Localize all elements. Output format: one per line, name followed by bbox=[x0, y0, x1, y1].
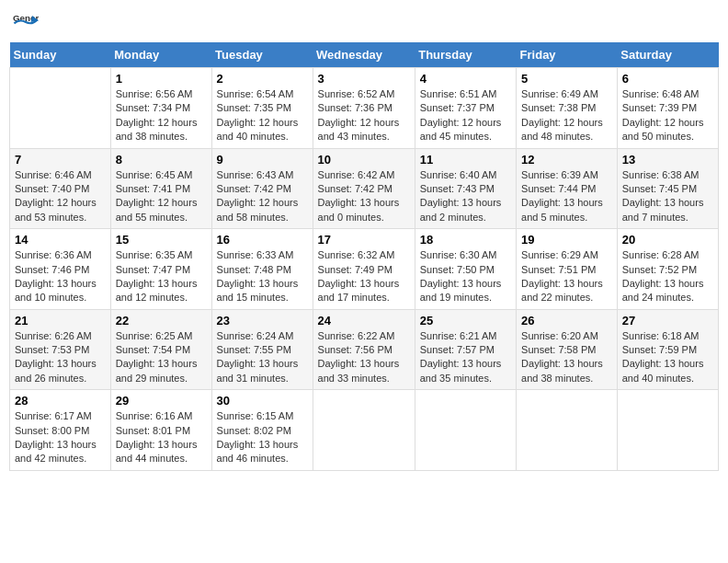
day-number: 29 bbox=[116, 394, 207, 408]
page-header: General bbox=[9, 9, 719, 35]
day-number: 25 bbox=[420, 314, 511, 327]
day-info: Sunset: 7:47 PM bbox=[116, 263, 207, 277]
day-info: Sunset: 7:55 PM bbox=[217, 343, 308, 357]
calendar-cell: 13Sunrise: 6:38 AMSunset: 7:45 PMDayligh… bbox=[617, 148, 718, 229]
calendar-cell: 18Sunrise: 6:30 AMSunset: 7:50 PMDayligh… bbox=[415, 229, 516, 310]
day-info: Daylight: 13 hours and 7 minutes. bbox=[622, 196, 713, 224]
day-header: Friday bbox=[517, 42, 618, 68]
calendar-cell: 9Sunrise: 6:43 AMSunset: 7:42 PMDaylight… bbox=[211, 148, 313, 229]
day-info: Daylight: 12 hours and 43 minutes. bbox=[318, 116, 410, 144]
day-info: Daylight: 13 hours and 33 minutes. bbox=[318, 357, 410, 385]
day-info: Sunset: 7:42 PM bbox=[318, 182, 410, 196]
day-info: Daylight: 13 hours and 5 minutes. bbox=[521, 196, 612, 224]
calendar-cell: 25Sunrise: 6:21 AMSunset: 7:57 PMDayligh… bbox=[415, 309, 516, 390]
day-number: 18 bbox=[420, 233, 511, 247]
day-number: 16 bbox=[217, 233, 308, 247]
day-info: Sunrise: 6:33 AM bbox=[217, 248, 308, 262]
day-info: Daylight: 13 hours and 17 minutes. bbox=[318, 277, 410, 305]
day-number: 28 bbox=[15, 394, 106, 408]
calendar-cell: 27Sunrise: 6:18 AMSunset: 7:59 PMDayligh… bbox=[617, 309, 718, 390]
calendar-cell: 29Sunrise: 6:16 AMSunset: 8:01 PMDayligh… bbox=[110, 390, 211, 471]
day-info: Daylight: 13 hours and 46 minutes. bbox=[217, 438, 308, 466]
calendar-week-row: 21Sunrise: 6:26 AMSunset: 7:53 PMDayligh… bbox=[10, 309, 719, 390]
day-info: Sunset: 7:51 PM bbox=[521, 263, 612, 277]
day-header: Saturday bbox=[617, 42, 718, 68]
day-info: Sunrise: 6:51 AM bbox=[420, 87, 511, 101]
day-info: Sunrise: 6:49 AM bbox=[521, 87, 612, 101]
day-info: Sunrise: 6:16 AM bbox=[116, 409, 207, 423]
day-number: 10 bbox=[318, 153, 410, 167]
day-info: Sunrise: 6:30 AM bbox=[420, 248, 511, 262]
day-info: Sunrise: 6:48 AM bbox=[622, 87, 713, 101]
day-info: Sunset: 7:43 PM bbox=[420, 182, 511, 196]
day-info: Sunrise: 6:32 AM bbox=[318, 248, 410, 262]
calendar-body: 1Sunrise: 6:56 AMSunset: 7:34 PMDaylight… bbox=[10, 68, 719, 471]
day-info: Sunset: 7:34 PM bbox=[116, 101, 207, 115]
day-info: Sunrise: 6:56 AM bbox=[116, 87, 207, 101]
day-header: Sunday bbox=[10, 42, 111, 68]
day-info: Sunset: 8:00 PM bbox=[15, 424, 106, 438]
calendar-cell bbox=[517, 390, 618, 471]
day-info: Sunset: 7:39 PM bbox=[622, 101, 713, 115]
day-info: Sunset: 7:35 PM bbox=[217, 101, 308, 115]
day-info: Sunset: 7:53 PM bbox=[15, 343, 106, 357]
calendar-cell: 15Sunrise: 6:35 AMSunset: 7:47 PMDayligh… bbox=[110, 229, 211, 310]
calendar-week-row: 14Sunrise: 6:36 AMSunset: 7:46 PMDayligh… bbox=[10, 229, 719, 310]
day-info: Sunrise: 6:26 AM bbox=[15, 329, 106, 343]
day-number: 23 bbox=[217, 314, 308, 327]
day-info: Sunrise: 6:15 AM bbox=[217, 409, 308, 423]
calendar-cell bbox=[313, 390, 415, 471]
calendar-cell: 7Sunrise: 6:46 AMSunset: 7:40 PMDaylight… bbox=[10, 148, 111, 229]
day-info: Sunrise: 6:40 AM bbox=[420, 168, 511, 182]
calendar-cell: 5Sunrise: 6:49 AMSunset: 7:38 PMDaylight… bbox=[517, 68, 618, 149]
day-info: Daylight: 12 hours and 50 minutes. bbox=[622, 116, 713, 144]
day-info: Daylight: 13 hours and 0 minutes. bbox=[318, 196, 410, 224]
day-info: Sunrise: 6:24 AM bbox=[217, 329, 308, 343]
day-info: Daylight: 13 hours and 40 minutes. bbox=[622, 357, 713, 385]
calendar-cell: 2Sunrise: 6:54 AMSunset: 7:35 PMDaylight… bbox=[211, 68, 313, 149]
calendar-cell: 10Sunrise: 6:42 AMSunset: 7:42 PMDayligh… bbox=[313, 148, 415, 229]
calendar-cell: 16Sunrise: 6:33 AMSunset: 7:48 PMDayligh… bbox=[211, 229, 313, 310]
day-info: Daylight: 13 hours and 19 minutes. bbox=[420, 277, 511, 305]
day-info: Sunrise: 6:28 AM bbox=[622, 248, 713, 262]
day-info: Sunset: 7:48 PM bbox=[217, 263, 308, 277]
day-info: Sunrise: 6:45 AM bbox=[116, 168, 207, 182]
day-number: 5 bbox=[521, 72, 612, 86]
day-info: Daylight: 12 hours and 58 minutes. bbox=[217, 196, 308, 224]
logo: General bbox=[13, 9, 42, 35]
day-number: 9 bbox=[217, 153, 308, 167]
calendar-cell: 23Sunrise: 6:24 AMSunset: 7:55 PMDayligh… bbox=[211, 309, 313, 390]
calendar-cell bbox=[617, 390, 718, 471]
day-info: Sunset: 7:38 PM bbox=[521, 101, 612, 115]
day-info: Sunset: 7:41 PM bbox=[116, 182, 207, 196]
calendar-cell: 12Sunrise: 6:39 AMSunset: 7:44 PMDayligh… bbox=[517, 148, 618, 229]
day-info: Daylight: 12 hours and 53 minutes. bbox=[15, 196, 106, 224]
calendar-cell: 14Sunrise: 6:36 AMSunset: 7:46 PMDayligh… bbox=[10, 229, 111, 310]
day-info: Sunrise: 6:54 AM bbox=[217, 87, 308, 101]
day-info: Sunrise: 6:25 AM bbox=[116, 329, 207, 343]
day-info: Sunset: 7:36 PM bbox=[318, 101, 410, 115]
day-info: Sunrise: 6:46 AM bbox=[15, 168, 106, 182]
day-info: Sunrise: 6:29 AM bbox=[521, 248, 612, 262]
day-header: Tuesday bbox=[211, 42, 313, 68]
day-number: 30 bbox=[217, 394, 308, 408]
day-info: Sunset: 8:02 PM bbox=[217, 424, 308, 438]
day-number: 2 bbox=[217, 72, 308, 86]
calendar-cell: 1Sunrise: 6:56 AMSunset: 7:34 PMDaylight… bbox=[110, 68, 211, 149]
calendar-cell: 8Sunrise: 6:45 AMSunset: 7:41 PMDaylight… bbox=[110, 148, 211, 229]
day-number: 26 bbox=[521, 314, 612, 327]
calendar-header-row: SundayMondayTuesdayWednesdayThursdayFrid… bbox=[10, 42, 719, 68]
day-number: 20 bbox=[622, 233, 713, 247]
calendar-cell bbox=[415, 390, 516, 471]
day-number: 19 bbox=[521, 233, 612, 247]
day-info: Sunset: 7:42 PM bbox=[217, 182, 308, 196]
day-header: Thursday bbox=[415, 42, 516, 68]
day-info: Sunset: 7:57 PM bbox=[420, 343, 511, 357]
day-info: Daylight: 13 hours and 15 minutes. bbox=[217, 277, 308, 305]
day-info: Daylight: 13 hours and 38 minutes. bbox=[521, 357, 612, 385]
day-number: 14 bbox=[15, 233, 106, 247]
day-info: Sunrise: 6:36 AM bbox=[15, 248, 106, 262]
day-number: 8 bbox=[116, 153, 207, 167]
day-info: Sunset: 7:49 PM bbox=[318, 263, 410, 277]
day-number: 6 bbox=[622, 72, 713, 86]
